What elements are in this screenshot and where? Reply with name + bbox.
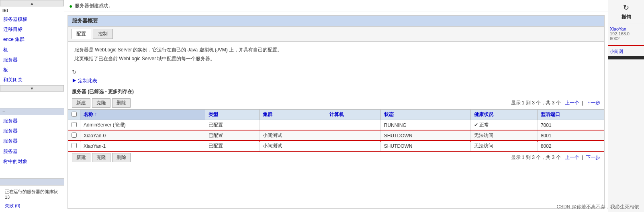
row-cluster-1[interactable]: 小间测试 <box>260 130 326 141</box>
right-cancel-btn[interactable]: 撤销 <box>622 14 631 20</box>
row-port-1: 8001 <box>537 130 604 141</box>
right-panel-top: ↻ 撤销 <box>608 0 644 24</box>
th-health: 健康状况 <box>470 110 537 120</box>
right-dark-block <box>608 56 644 59</box>
table-row: XiaoYan-0 已配置 小间测试 SHUTDOWN 无法访问 8001 <box>68 130 604 141</box>
sidebar-item-server[interactable]: 服务器 <box>0 55 64 65</box>
row-status-2: SHUTDOWN <box>380 141 470 151</box>
th-checkbox <box>68 110 80 120</box>
panel-tabs: 配置 控制 <box>68 26 604 42</box>
sidebar-item-server4[interactable]: 服务器 <box>0 147 64 157</box>
prev-link-bottom[interactable]: 上一个 <box>565 155 579 160</box>
sidebar-item-shutdown[interactable]: 和关闭关 <box>0 75 64 85</box>
row-name-1[interactable]: XiaoYan-0 <box>80 130 205 141</box>
sidebar-item-migration-target[interactable]: 迁移目标 <box>0 24 64 35</box>
th-status: 状态 <box>380 110 470 120</box>
row-checkbox-cell <box>68 130 80 141</box>
panel-title: 服务器概要 <box>68 16 604 26</box>
sidebar-top-section: ▲ IEt 服务器模板 迁移目标 ence 集群 机 服务器 板 和关闭关 ▼ <box>0 0 64 108</box>
sidebar-item-server3[interactable]: 服务器 <box>0 136 64 146</box>
servers-table: 名称 ↑ 类型 集群 计算机 状态 健康状况 监听端口 AdminServer … <box>68 109 604 151</box>
sidebar-bottom-collapse-icon[interactable]: − <box>2 179 5 184</box>
sidebar-scroll-down[interactable]: ▼ <box>0 85 64 92</box>
row-health-1: 无法访问 <box>470 130 537 141</box>
row-cluster-2[interactable]: 小间测试 <box>260 141 326 151</box>
row-health-0: ✔ 正常 <box>470 120 537 130</box>
sidebar-status-text: 正在运行的服务器的健康状 13 <box>2 187 61 201</box>
new-button-top[interactable]: 新建 <box>72 98 90 108</box>
row-checkbox-0[interactable] <box>72 122 77 127</box>
sidebar-status-section: 正在运行的服务器的健康状 13 失败 (0) <box>0 186 64 212</box>
row-status-0: RUNNING <box>380 120 470 130</box>
sidebar: ▲ IEt 服务器模板 迁移目标 ence 集群 机 服务器 板 和关闭关 ▼ … <box>0 0 64 212</box>
tab-control[interactable]: 控制 <box>93 29 113 39</box>
delete-button-top[interactable]: 删除 <box>112 98 131 108</box>
right-server-info: XiaoYan 192.168.0 8002 <box>608 24 644 43</box>
th-computer: 计算机 <box>326 110 380 120</box>
sidebar-item-server1[interactable]: 服务器 <box>0 116 64 126</box>
row-health-2: 无法访问 <box>470 141 537 151</box>
pagination-bottom: 显示 1 到 3 个，共 3 个 上一个 | 下一步 <box>511 154 601 161</box>
tab-config[interactable]: 配置 <box>71 29 91 39</box>
new-button-bottom[interactable]: 新建 <box>72 153 90 162</box>
sidebar-collapse-icon[interactable]: − <box>2 109 5 114</box>
refresh-icon[interactable]: ↻ <box>72 69 77 75</box>
clone-button-top[interactable]: 克隆 <box>92 98 110 108</box>
row-name-2[interactable]: XiaoYan-1 <box>80 141 205 151</box>
th-name[interactable]: 名称 ↑ <box>80 110 205 120</box>
row-type-1: 已配置 <box>205 130 259 141</box>
success-bar: ● 服务器创建成功。 <box>64 0 608 12</box>
th-port: 监听端口 <box>537 110 604 120</box>
sidebar-item-tree-objects[interactable]: 树中的对象 <box>0 157 64 167</box>
sidebar-item-board[interactable]: 板 <box>0 65 64 75</box>
row-port-2: 8002 <box>537 141 604 151</box>
description-line2: 此页概括了已在当前 WebLogic Server 域中配置的每一个服务器。 <box>74 55 598 63</box>
success-message: 服务器创建成功。 <box>75 2 113 9</box>
row-checkbox-2[interactable] <box>72 143 77 148</box>
row-port-0: 7001 <box>537 120 604 130</box>
panel-description: 服务器是 WebLogic Server 的实例，它运行在自己的 Java 虚拟… <box>68 42 604 67</box>
right-refresh-icon[interactable]: ↻ <box>623 3 629 12</box>
csdn-footer-text: CSDN @你若不离不弃，我必生死相依 <box>556 204 639 210</box>
clone-button-bottom[interactable]: 克隆 <box>92 153 110 162</box>
table-row: XiaoYan-1 已配置 小间测试 SHUTDOWN 无法访问 8002 <box>68 141 604 151</box>
sidebar-scroll-up[interactable]: ▲ <box>0 0 64 6</box>
row-checkbox-1[interactable] <box>72 132 77 138</box>
customize-label[interactable]: ▶ 定制此表 <box>72 77 97 84</box>
prev-link-top[interactable]: 上一个 <box>565 100 579 106</box>
customize-row[interactable]: ▶ 定制此表 <box>68 77 604 87</box>
select-all-checkbox[interactable] <box>72 112 77 117</box>
sidebar-top-label: IEt <box>0 6 64 14</box>
row-computer-2 <box>326 141 380 151</box>
sidebar-bottom-header: − <box>0 179 64 186</box>
sidebar-bottom-items: 服务器 服务器 服务器 服务器 树中的对象 <box>0 115 64 179</box>
th-cluster: 集群 <box>260 110 326 120</box>
sidebar-status-label: 正在运行的服务器的健康状 <box>5 189 58 194</box>
table-body: AdminServer (管理) 已配置 RUNNING ✔ 正常 7001 X… <box>68 120 604 151</box>
row-type-2: 已配置 <box>205 141 259 151</box>
sidebar-item-server-template[interactable]: 服务器模板 <box>0 14 64 24</box>
sidebar-item-cluster[interactable]: ence 集群 <box>0 35 64 45</box>
right-server-port: 8002 <box>610 36 642 41</box>
sidebar-fail-status: 失败 (0) <box>2 201 61 210</box>
row-computer-0 <box>326 120 380 130</box>
table-row: AdminServer (管理) 已配置 RUNNING ✔ 正常 7001 <box>68 120 604 130</box>
sidebar-item-server2[interactable]: 服务器 <box>0 126 64 136</box>
next-link-top[interactable]: 下一步 <box>586 100 600 106</box>
sidebar-item-machine[interactable]: 机 <box>0 45 64 55</box>
sidebar-middle-header: − <box>0 108 64 115</box>
th-type: 类型 <box>205 110 259 120</box>
row-name-0[interactable]: AdminServer (管理) <box>80 120 205 130</box>
main-content: ● 服务器创建成功。 服务器概要 配置 控制 服务器是 WebLogic Ser… <box>64 0 608 212</box>
description-line1: 服务器是 WebLogic Server 的实例，它运行在自己的 Java 虚拟… <box>74 46 598 55</box>
servers-header: 服务器 (已筛选 - 更多列存在) <box>68 87 604 97</box>
right-status-text[interactable]: 小间测 <box>608 48 644 55</box>
delete-button-bottom[interactable]: 删除 <box>112 153 131 162</box>
table-header-row: 名称 ↑ 类型 集群 计算机 状态 健康状况 监听端口 <box>68 110 604 120</box>
table-toolbar-bottom: 新建 克隆 删除 显示 1 到 3 个，共 3 个 上一个 | 下一步 <box>68 151 604 164</box>
right-server-name[interactable]: XiaoYan <box>610 26 642 31</box>
next-link-bottom[interactable]: 下一步 <box>586 155 600 160</box>
csdn-footer: CSDN @你若不离不弃，我必生死相依 <box>552 202 644 212</box>
pagination-text-top: 显示 1 到 3 个，共 3 个 <box>511 100 561 106</box>
sidebar-fail-link[interactable]: 失败 (0) <box>5 203 20 208</box>
